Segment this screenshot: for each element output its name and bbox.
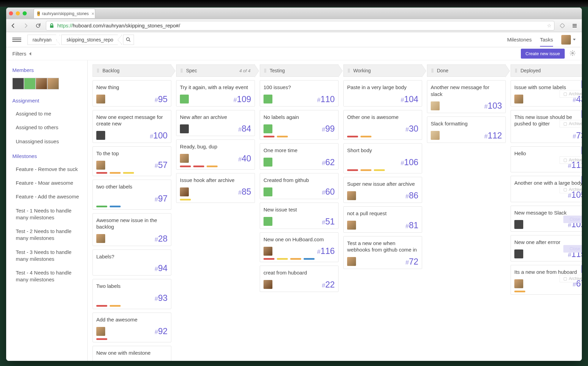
sidebar-link[interactable]: Assigned to me [6,107,87,121]
assignee-avatar[interactable] [264,247,272,256]
issue-card[interactable]: One more time#62 [260,143,339,170]
issue-card[interactable]: Paste in a very large body#104 [343,80,422,107]
close-button[interactable]: Close [563,216,582,223]
check-icon[interactable]: ✓ [581,147,582,154]
issue-card[interactable]: Other one is awesome#30 [343,110,422,140]
issue-card[interactable]: No labels again#99 [260,110,339,140]
member-avatar[interactable] [12,78,24,89]
issue-card[interactable]: New thing#95 [93,80,171,107]
forward-button[interactable] [21,21,30,30]
assignee-avatar[interactable] [514,249,523,258]
assignee-avatar[interactable] [180,154,189,163]
column-header[interactable]: Spec4 of 4 [176,64,255,77]
drag-handle-icon[interactable] [348,69,350,72]
issue-card[interactable]: New one with milestone#91 [93,346,171,361]
assignee-avatar[interactable] [431,101,440,110]
column-header[interactable]: Testing [260,64,339,77]
assignee-avatar[interactable] [96,95,105,103]
issue-card[interactable]: Super new issue after archive#86 [343,177,422,203]
create-issue-button[interactable]: Create new issue [521,49,565,59]
issue-card[interactable]: To the top#57 [93,146,171,176]
nav-tasks[interactable]: Tasks [540,37,553,47]
close-window-icon[interactable] [9,11,13,15]
assignee-avatar[interactable] [264,187,272,196]
member-avatar[interactable] [36,78,47,89]
check-icon[interactable]: ✓ [581,81,582,88]
issue-card[interactable]: Slack formatting#112 [427,117,506,143]
bookmark-icon[interactable]: ☆ [547,23,551,29]
assignee-avatar[interactable] [264,124,272,133]
issue-card[interactable]: creat from huboard#22 [260,266,339,292]
assignee-avatar[interactable] [96,327,105,336]
issue-card[interactable]: two other labels#97 [93,180,171,210]
sidebar-link[interactable]: Assigned to others [6,121,87,134]
assignee-avatar[interactable] [96,234,105,243]
minimize-window-icon[interactable] [16,11,20,15]
close-button[interactable]: Close [563,245,582,253]
assignee-avatar[interactable] [96,131,105,140]
archive-button[interactable]: ▢Archive [560,90,582,98]
drag-handle-icon[interactable] [264,69,266,72]
assignee-avatar[interactable] [264,95,272,103]
issue-card[interactable]: Ready, bug, dup#40 [176,139,255,170]
nav-milestones[interactable]: Milestones [507,37,532,42]
archive-button[interactable]: ▢Archive [560,186,582,193]
search-button[interactable] [123,35,134,45]
issue-card[interactable]: New one on HuBoard.com#116 [260,232,339,263]
assignee-avatar[interactable] [180,95,189,103]
issue-card[interactable]: 100 issues?#110 [260,80,339,107]
assignee-avatar[interactable] [347,257,356,266]
gear-icon[interactable] [569,50,576,58]
url-input[interactable]: https://huboard.com/rauhryan/skipping_st… [46,21,554,30]
assignee-avatar[interactable] [514,279,523,288]
drag-handle-icon[interactable] [431,69,433,72]
zoom-window-icon[interactable] [23,11,27,15]
browser-tab[interactable]: H rauhryan/skipping_stones × [34,9,95,18]
sidebar-milestone-link[interactable]: Test - 1 Needs to handle many milestones [6,204,87,225]
issue-card[interactable]: New issue test#51 [260,203,339,229]
archive-button[interactable]: ▢Archive [560,156,582,164]
column-header[interactable]: Deployed [511,64,582,77]
assignee-avatar[interactable] [514,220,523,229]
issue-card[interactable]: Created from github#60 [260,173,339,199]
issue-card[interactable]: Issue hook after archive#85 [176,173,255,203]
breadcrumb-repo[interactable]: skipping_stones_repo [61,35,118,45]
drag-handle-icon[interactable] [181,69,183,72]
drag-handle-icon[interactable] [515,69,517,72]
issue-card[interactable]: Issue with some labels#43✓▢Archive [511,80,582,107]
drag-handle-icon[interactable] [97,69,99,72]
issue-card[interactable]: Short body#106 [343,143,422,173]
assignee-avatar[interactable] [347,221,356,230]
issue-card[interactable]: Two labels#93 [93,279,171,309]
column-header[interactable]: Done [427,64,506,77]
issue-card[interactable]: New one after errror#115Close [511,235,582,261]
chrome-menu-icon[interactable] [570,21,579,30]
issue-card[interactable]: Hello#111✓▢Archive [511,146,582,173]
issue-card[interactable]: Its a new one from huboard#67✓▢Archive [511,265,582,295]
sidebar-milestone-link[interactable]: Test - 4 Needs to handle many milestones [6,266,87,287]
assignee-avatar[interactable] [180,124,189,133]
issue-card[interactable]: New message to Slack#102Close [511,206,582,232]
issue-card[interactable]: Test a new one when webhooks from github… [343,236,422,269]
assignee-avatar[interactable] [96,161,105,170]
archive-button[interactable]: ▢Archive [560,275,582,282]
member-avatar[interactable] [47,78,59,89]
issue-card[interactable]: Add the awesome#92 [93,313,171,343]
member-avatar[interactable] [24,78,36,89]
sidebar-milestone-link[interactable]: Feature - Moar awesome [6,176,87,190]
column-header[interactable]: Working [343,64,422,77]
archive-button[interactable]: ▢Archive [560,120,582,127]
issue-card[interactable]: New one expect message for create new#10… [93,110,171,143]
issue-card[interactable]: Labels?#94 [93,249,171,276]
sidebar-milestone-link[interactable]: Test - 2 Needs to handle many milestones [6,224,87,245]
extension-icon[interactable] [558,21,567,30]
check-icon[interactable]: ✓ [581,176,582,184]
issue-card[interactable]: Try it again, with a relay event#109 [176,80,255,107]
sidebar-milestone-link[interactable]: Feature - Add the awesome [6,190,87,204]
issue-card[interactable]: not a pull request#81 [343,206,422,233]
assignee-avatar[interactable] [180,187,189,196]
assignee-avatar[interactable] [431,131,440,140]
assignee-avatar[interactable] [264,217,272,226]
sidebar-milestone-link[interactable]: Feature - Remove the suck [6,162,87,176]
close-tab-icon[interactable]: × [91,11,94,16]
